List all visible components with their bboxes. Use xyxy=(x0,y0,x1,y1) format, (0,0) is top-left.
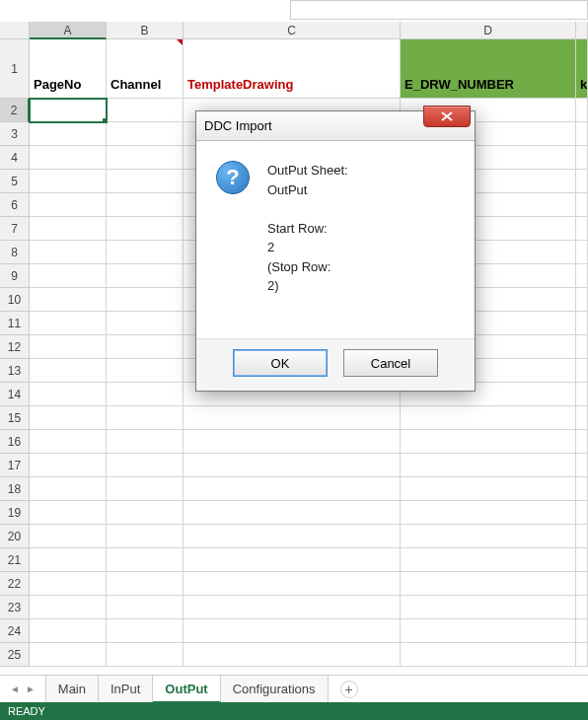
select-all-corner[interactable] xyxy=(0,22,30,39)
cell[interactable] xyxy=(576,572,588,596)
cell[interactable] xyxy=(184,406,401,430)
dialog-titlebar[interactable]: DDC Import xyxy=(196,111,475,141)
cell[interactable] xyxy=(401,406,576,430)
row-header[interactable]: 1 xyxy=(0,39,30,99)
cell[interactable] xyxy=(576,596,588,619)
cell[interactable] xyxy=(576,525,588,548)
cell[interactable] xyxy=(184,525,401,548)
cell[interactable] xyxy=(401,548,576,572)
row-header[interactable]: 6 xyxy=(0,193,30,217)
cell[interactable] xyxy=(107,335,184,359)
cell[interactable] xyxy=(401,477,576,501)
cell[interactable] xyxy=(576,264,588,288)
cell[interactable] xyxy=(30,312,107,335)
cell[interactable] xyxy=(576,643,588,667)
cell[interactable] xyxy=(30,501,107,525)
cell[interactable] xyxy=(576,477,588,501)
sheet-tab[interactable]: InPut xyxy=(99,676,153,702)
row-header[interactable]: 14 xyxy=(0,383,30,406)
cell[interactable] xyxy=(30,572,107,596)
row-header[interactable]: 16 xyxy=(0,430,30,454)
cell[interactable] xyxy=(107,643,184,667)
row-header[interactable]: 7 xyxy=(0,217,30,241)
cell[interactable] xyxy=(30,217,107,241)
row-header[interactable]: 22 xyxy=(0,572,30,596)
cell[interactable] xyxy=(30,170,107,193)
cell[interactable] xyxy=(107,501,184,525)
cell[interactable] xyxy=(184,430,401,454)
cell[interactable] xyxy=(107,548,184,572)
cell[interactable] xyxy=(30,406,107,430)
row-header[interactable]: 25 xyxy=(0,643,30,667)
cell[interactable] xyxy=(576,383,588,406)
cell[interactable] xyxy=(107,241,184,264)
cell[interactable] xyxy=(107,359,184,383)
cell[interactable] xyxy=(107,596,184,619)
cell[interactable] xyxy=(107,454,184,477)
cell[interactable] xyxy=(576,619,588,643)
close-button[interactable] xyxy=(423,106,471,127)
formula-bar[interactable] xyxy=(290,0,588,20)
cell[interactable] xyxy=(107,193,184,217)
cell[interactable] xyxy=(576,501,588,525)
cell[interactable] xyxy=(401,643,576,667)
cell[interactable] xyxy=(107,619,184,643)
cell[interactable] xyxy=(576,217,588,241)
cell[interactable] xyxy=(576,193,588,217)
cell[interactable] xyxy=(576,170,588,193)
cell[interactable] xyxy=(576,430,588,454)
row-header[interactable]: 20 xyxy=(0,525,30,548)
cell[interactable] xyxy=(184,596,401,619)
cell[interactable] xyxy=(30,525,107,548)
sheet-tab[interactable]: Configurations xyxy=(221,676,329,702)
cell[interactable] xyxy=(107,477,184,501)
row-header[interactable]: 9 xyxy=(0,264,30,288)
row-header[interactable]: 4 xyxy=(0,146,30,170)
cell[interactable] xyxy=(576,359,588,383)
cancel-button[interactable]: Cancel xyxy=(343,349,438,377)
cell[interactable] xyxy=(184,548,401,572)
col-header-b[interactable]: B xyxy=(107,22,184,39)
cell[interactable] xyxy=(401,619,576,643)
row-header[interactable]: 10 xyxy=(0,288,30,312)
cell[interactable] xyxy=(107,122,184,146)
cell[interactable] xyxy=(576,312,588,335)
cell[interactable] xyxy=(401,596,576,619)
cell[interactable] xyxy=(30,619,107,643)
cell[interactable] xyxy=(107,525,184,548)
cell[interactable]: Channel xyxy=(107,39,184,99)
row-header[interactable]: 18 xyxy=(0,477,30,501)
cell[interactable] xyxy=(184,619,401,643)
row-header[interactable]: 21 xyxy=(0,548,30,572)
cell[interactable] xyxy=(30,454,107,477)
row-header[interactable]: 8 xyxy=(0,241,30,264)
cell[interactable] xyxy=(107,288,184,312)
cell[interactable] xyxy=(30,335,107,359)
cell[interactable] xyxy=(30,643,107,667)
cell[interactable] xyxy=(107,99,184,122)
row-header[interactable]: 13 xyxy=(0,359,30,383)
cell[interactable] xyxy=(576,548,588,572)
cell[interactable] xyxy=(576,122,588,146)
cell[interactable] xyxy=(576,406,588,430)
row-header[interactable]: 11 xyxy=(0,312,30,335)
row-header[interactable]: 24 xyxy=(0,619,30,643)
row-header[interactable]: 23 xyxy=(0,596,30,619)
cell[interactable] xyxy=(30,193,107,217)
cell[interactable] xyxy=(576,288,588,312)
tab-nav-forward-icon[interactable]: ► xyxy=(26,684,36,694)
cell[interactable] xyxy=(184,501,401,525)
cell[interactable] xyxy=(576,335,588,359)
cell[interactable] xyxy=(107,406,184,430)
cell[interactable] xyxy=(30,288,107,312)
row-header[interactable]: 3 xyxy=(0,122,30,146)
row-header[interactable]: 12 xyxy=(0,335,30,359)
cell[interactable] xyxy=(401,454,576,477)
ok-button[interactable]: OK xyxy=(233,349,328,377)
cell[interactable] xyxy=(107,217,184,241)
cell[interactable] xyxy=(184,477,401,501)
cell[interactable]: TemplateDrawing xyxy=(184,39,401,99)
cell[interactable] xyxy=(30,146,107,170)
cell[interactable]: PageNo xyxy=(30,39,107,99)
col-header-e[interactable] xyxy=(576,22,588,39)
